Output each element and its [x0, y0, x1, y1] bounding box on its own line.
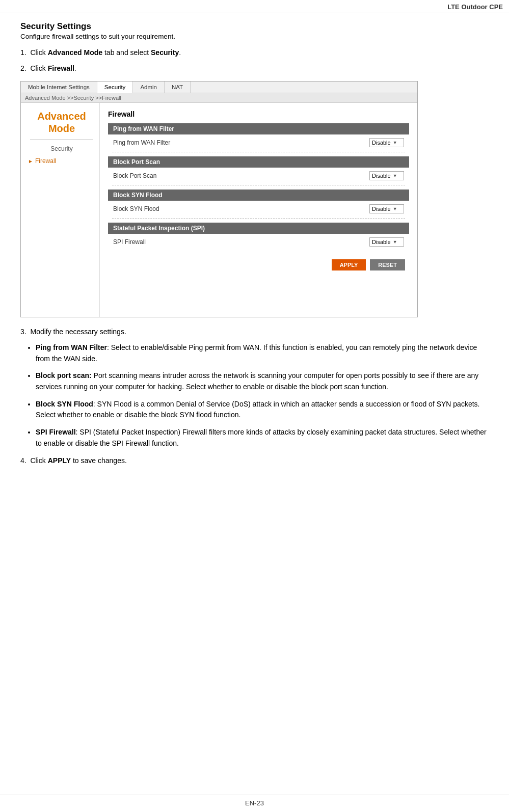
reset-button[interactable]: RESET: [370, 259, 405, 270]
section-row-ping: Ping from WAN Filter Disable ▼: [108, 134, 409, 151]
port-scan-select[interactable]: Disable ▼: [369, 171, 404, 180]
step-2: 2. Click Firewall.: [20, 63, 489, 74]
syn-flood-select[interactable]: Disable ▼: [369, 204, 404, 213]
header-bar: LTE Outdoor CPE: [0, 0, 509, 13]
bullet-syn-flood: Block SYN Flood: SYN Flood is a common D…: [36, 399, 489, 421]
section-ping-wan: Ping from WAN Filter Ping from WAN Filte…: [108, 123, 409, 152]
divider: [112, 185, 405, 185]
divider: [112, 218, 405, 219]
spi-select[interactable]: Disable ▼: [369, 237, 404, 247]
arrow-icon: ►: [28, 158, 33, 164]
spi-label: SPI Firewall: [113, 238, 146, 246]
section-row-spi: SPI Firewall Disable ▼: [108, 234, 409, 250]
step-1: 1. Click Advanced Mode tab and select Se…: [20, 47, 489, 58]
firewall-title: Firewall: [108, 110, 409, 118]
header-title: LTE Outdoor CPE: [447, 3, 503, 11]
section-block-syn-flood: Block SYN Flood Block SYN Flood Disable …: [108, 190, 409, 219]
divider: [112, 152, 405, 152]
bullet-ping: Ping from WAN Filter: Select to enable/d…: [36, 342, 489, 364]
port-scan-label: Block Port Scan: [113, 172, 156, 179]
buttons-row: APPLY RESET: [108, 254, 409, 275]
bullet-spi: SPI Firewall: SPI (Stateful Packet Inspe…: [36, 427, 489, 449]
page-title: Security Settings: [20, 21, 489, 32]
section-header-syn-flood: Block SYN Flood: [108, 190, 409, 201]
sidebar-link-firewall[interactable]: ► Firewall: [28, 156, 95, 166]
tabs-row: Mobile Internet Settings Security Admin …: [21, 82, 417, 93]
tab-security[interactable]: Security: [97, 82, 133, 93]
footer-label: EN-23: [245, 799, 264, 807]
section-row-syn-flood: Block SYN Flood Disable ▼: [108, 201, 409, 217]
section-header-port-scan: Block Port Scan: [108, 156, 409, 168]
footer: EN-23: [0, 795, 509, 807]
screenshot-frame: Mobile Internet Settings Security Admin …: [20, 81, 418, 317]
section-row-port-scan: Block Port Scan Disable ▼: [108, 168, 409, 184]
section-block-port-scan: Block Port Scan Block Port Scan Disable …: [108, 156, 409, 185]
ping-label: Ping from WAN Filter: [113, 139, 170, 146]
inner-layout: Advanced Mode Security ► Firewall Firewa…: [21, 103, 417, 317]
step-3-intro: 3. Modify the necessary settings.: [20, 327, 489, 337]
tab-nat[interactable]: NAT: [165, 82, 191, 93]
apply-button[interactable]: APPLY: [332, 259, 366, 270]
bullet-list: Ping from WAN Filter: Select to enable/d…: [36, 342, 489, 449]
breadcrumb: Advanced Mode >>Security >>Firewall: [21, 93, 417, 103]
tab-admin[interactable]: Admin: [133, 82, 165, 93]
subtitle: Configure firewall settings to suit your…: [20, 33, 489, 40]
section-header-spi: Stateful Packet Inspection (SPI): [108, 223, 409, 234]
sidebar-advanced-mode: Advanced Mode: [28, 110, 95, 134]
bullet-port-scan: Block port scan: Port scanning means int…: [36, 370, 489, 392]
sidebar-divider: [30, 140, 93, 140]
sidebar: Advanced Mode Security ► Firewall: [21, 103, 100, 317]
ping-select[interactable]: Disable ▼: [369, 138, 404, 147]
syn-flood-label: Block SYN Flood: [113, 205, 159, 212]
section-block-spi: Stateful Packet Inspection (SPI) SPI Fir…: [108, 223, 409, 250]
main-panel: Firewall Ping from WAN Filter Ping from …: [100, 103, 417, 317]
section-header-ping: Ping from WAN Filter: [108, 123, 409, 134]
tab-mobile-internet[interactable]: Mobile Internet Settings: [21, 82, 97, 93]
step-4: 4. Click APPLY to save changes.: [20, 455, 489, 466]
sidebar-section-security: Security: [28, 145, 95, 152]
